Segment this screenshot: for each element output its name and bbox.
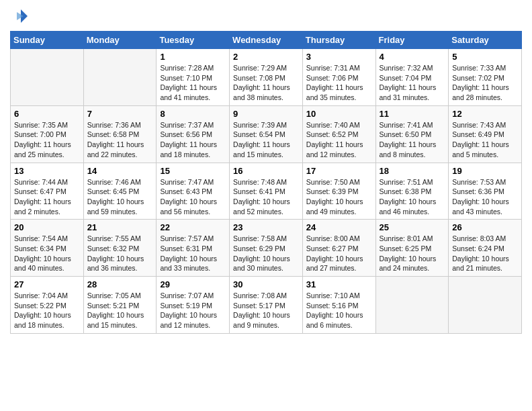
calendar-cell: 6Sunrise: 7:35 AMSunset: 7:00 PMDaylight… <box>11 105 84 163</box>
day-number: 18 <box>380 166 445 176</box>
calendar-col-header: Wednesday <box>230 32 303 49</box>
calendar-cell: 12Sunrise: 7:43 AMSunset: 6:49 PMDayligh… <box>449 105 522 163</box>
calendar-cell: 26Sunrise: 8:03 AMSunset: 6:24 PMDayligh… <box>449 220 522 277</box>
calendar-cell: 20Sunrise: 7:54 AMSunset: 6:34 PMDayligh… <box>11 220 84 277</box>
cell-content: Sunrise: 7:32 AMSunset: 7:04 PMDaylight:… <box>380 63 445 103</box>
calendar-cell: 17Sunrise: 7:50 AMSunset: 6:39 PMDayligh… <box>302 163 375 220</box>
cell-content: Sunrise: 7:28 AMSunset: 7:10 PMDaylight:… <box>160 63 226 103</box>
calendar-cell: 25Sunrise: 8:01 AMSunset: 6:25 PMDayligh… <box>375 220 449 277</box>
calendar-cell: 29Sunrise: 7:07 AMSunset: 5:19 PMDayligh… <box>157 277 230 334</box>
logo <box>10 7 30 26</box>
day-number: 31 <box>306 279 372 289</box>
cell-content: Sunrise: 8:00 AMSunset: 6:27 PMDaylight:… <box>306 234 372 273</box>
calendar-cell <box>11 49 84 106</box>
calendar-cell: 2Sunrise: 7:29 AMSunset: 7:08 PMDaylight… <box>230 49 303 106</box>
calendar-col-header: Saturday <box>449 32 522 49</box>
calendar-cell <box>375 277 449 334</box>
calendar-cell: 11Sunrise: 7:41 AMSunset: 6:50 PMDayligh… <box>375 105 449 163</box>
calendar: SundayMondayTuesdayWednesdayThursdayFrid… <box>10 31 522 334</box>
calendar-col-header: Monday <box>83 32 157 49</box>
day-number: 20 <box>14 222 80 232</box>
cell-content: Sunrise: 7:04 AMSunset: 5:22 PMDaylight:… <box>14 291 80 330</box>
calendar-cell: 13Sunrise: 7:44 AMSunset: 6:47 PMDayligh… <box>11 163 84 220</box>
day-number: 3 <box>306 52 372 62</box>
calendar-cell: 10Sunrise: 7:40 AMSunset: 6:52 PMDayligh… <box>302 105 375 163</box>
calendar-col-header: Thursday <box>302 32 375 49</box>
cell-content: Sunrise: 7:10 AMSunset: 5:16 PMDaylight:… <box>306 291 372 330</box>
day-number: 10 <box>306 109 372 119</box>
cell-content: Sunrise: 7:37 AMSunset: 6:56 PMDaylight:… <box>160 120 226 160</box>
day-number: 19 <box>452 166 518 176</box>
day-number: 5 <box>452 52 518 62</box>
cell-content: Sunrise: 8:03 AMSunset: 6:24 PMDaylight:… <box>452 234 518 273</box>
day-number: 8 <box>160 109 226 119</box>
calendar-cell: 23Sunrise: 7:58 AMSunset: 6:29 PMDayligh… <box>230 220 303 277</box>
cell-content: Sunrise: 7:40 AMSunset: 6:52 PMDaylight:… <box>306 120 372 160</box>
day-number: 22 <box>160 222 226 232</box>
cell-content: Sunrise: 7:07 AMSunset: 5:19 PMDaylight:… <box>160 291 226 330</box>
cell-content: Sunrise: 7:51 AMSunset: 6:38 PMDaylight:… <box>380 177 445 217</box>
calendar-cell: 8Sunrise: 7:37 AMSunset: 6:56 PMDaylight… <box>157 105 230 163</box>
calendar-header-row: SundayMondayTuesdayWednesdayThursdayFrid… <box>11 32 522 49</box>
day-number: 21 <box>87 222 153 232</box>
calendar-cell: 9Sunrise: 7:39 AMSunset: 6:54 PMDaylight… <box>230 105 303 163</box>
cell-content: Sunrise: 7:53 AMSunset: 6:36 PMDaylight:… <box>452 177 518 217</box>
calendar-week-row: 1Sunrise: 7:28 AMSunset: 7:10 PMDaylight… <box>11 49 522 106</box>
calendar-week-row: 27Sunrise: 7:04 AMSunset: 5:22 PMDayligh… <box>11 277 522 334</box>
cell-content: Sunrise: 7:39 AMSunset: 6:54 PMDaylight:… <box>233 120 299 160</box>
day-number: 24 <box>306 222 372 232</box>
day-number: 16 <box>233 166 299 176</box>
cell-content: Sunrise: 7:55 AMSunset: 6:32 PMDaylight:… <box>87 234 153 273</box>
day-number: 29 <box>160 279 226 289</box>
calendar-cell: 4Sunrise: 7:32 AMSunset: 7:04 PMDaylight… <box>375 49 449 106</box>
day-number: 9 <box>233 109 299 119</box>
cell-content: Sunrise: 7:50 AMSunset: 6:39 PMDaylight:… <box>306 177 372 217</box>
cell-content: Sunrise: 7:33 AMSunset: 7:02 PMDaylight:… <box>452 63 518 103</box>
header <box>10 7 522 26</box>
calendar-cell: 16Sunrise: 7:48 AMSunset: 6:41 PMDayligh… <box>230 163 303 220</box>
calendar-cell: 24Sunrise: 8:00 AMSunset: 6:27 PMDayligh… <box>302 220 375 277</box>
calendar-week-row: 13Sunrise: 7:44 AMSunset: 6:47 PMDayligh… <box>11 163 522 220</box>
day-number: 26 <box>452 222 518 232</box>
day-number: 12 <box>452 109 518 119</box>
calendar-week-row: 6Sunrise: 7:35 AMSunset: 7:00 PMDaylight… <box>11 105 522 163</box>
cell-content: Sunrise: 7:43 AMSunset: 6:49 PMDaylight:… <box>452 120 518 160</box>
calendar-cell: 28Sunrise: 7:05 AMSunset: 5:21 PMDayligh… <box>83 277 157 334</box>
day-number: 7 <box>87 109 153 119</box>
calendar-cell: 21Sunrise: 7:55 AMSunset: 6:32 PMDayligh… <box>83 220 157 277</box>
cell-content: Sunrise: 7:31 AMSunset: 7:06 PMDaylight:… <box>306 63 372 103</box>
day-number: 27 <box>14 279 80 289</box>
cell-content: Sunrise: 7:58 AMSunset: 6:29 PMDaylight:… <box>233 234 299 273</box>
day-number: 2 <box>233 52 299 62</box>
cell-content: Sunrise: 7:48 AMSunset: 6:41 PMDaylight:… <box>233 177 299 217</box>
cell-content: Sunrise: 8:01 AMSunset: 6:25 PMDaylight:… <box>380 234 445 273</box>
cell-content: Sunrise: 7:47 AMSunset: 6:43 PMDaylight:… <box>160 177 226 217</box>
day-number: 6 <box>14 109 80 119</box>
day-number: 14 <box>87 166 153 176</box>
day-number: 4 <box>380 52 445 62</box>
calendar-cell: 14Sunrise: 7:46 AMSunset: 6:45 PMDayligh… <box>83 163 157 220</box>
day-number: 15 <box>160 166 226 176</box>
calendar-cell: 27Sunrise: 7:04 AMSunset: 5:22 PMDayligh… <box>11 277 84 334</box>
page: SundayMondayTuesdayWednesdayThursdayFrid… <box>0 0 532 411</box>
day-number: 11 <box>380 109 445 119</box>
cell-content: Sunrise: 7:54 AMSunset: 6:34 PMDaylight:… <box>14 234 80 273</box>
cell-content: Sunrise: 7:57 AMSunset: 6:31 PMDaylight:… <box>160 234 226 273</box>
cell-content: Sunrise: 7:44 AMSunset: 6:47 PMDaylight:… <box>14 177 80 217</box>
calendar-col-header: Tuesday <box>157 32 230 49</box>
calendar-cell: 15Sunrise: 7:47 AMSunset: 6:43 PMDayligh… <box>157 163 230 220</box>
calendar-cell: 5Sunrise: 7:33 AMSunset: 7:02 PMDaylight… <box>449 49 522 106</box>
calendar-cell: 22Sunrise: 7:57 AMSunset: 6:31 PMDayligh… <box>157 220 230 277</box>
day-number: 28 <box>87 279 153 289</box>
cell-content: Sunrise: 7:29 AMSunset: 7:08 PMDaylight:… <box>233 63 299 103</box>
calendar-cell <box>449 277 522 334</box>
cell-content: Sunrise: 7:36 AMSunset: 6:58 PMDaylight:… <box>87 120 153 160</box>
calendar-col-header: Friday <box>375 32 449 49</box>
calendar-col-header: Sunday <box>11 32 84 49</box>
day-number: 17 <box>306 166 372 176</box>
calendar-cell: 30Sunrise: 7:08 AMSunset: 5:17 PMDayligh… <box>230 277 303 334</box>
day-number: 30 <box>233 279 299 289</box>
calendar-cell: 31Sunrise: 7:10 AMSunset: 5:16 PMDayligh… <box>302 277 375 334</box>
logo-icon <box>10 7 29 26</box>
calendar-cell: 18Sunrise: 7:51 AMSunset: 6:38 PMDayligh… <box>375 163 449 220</box>
